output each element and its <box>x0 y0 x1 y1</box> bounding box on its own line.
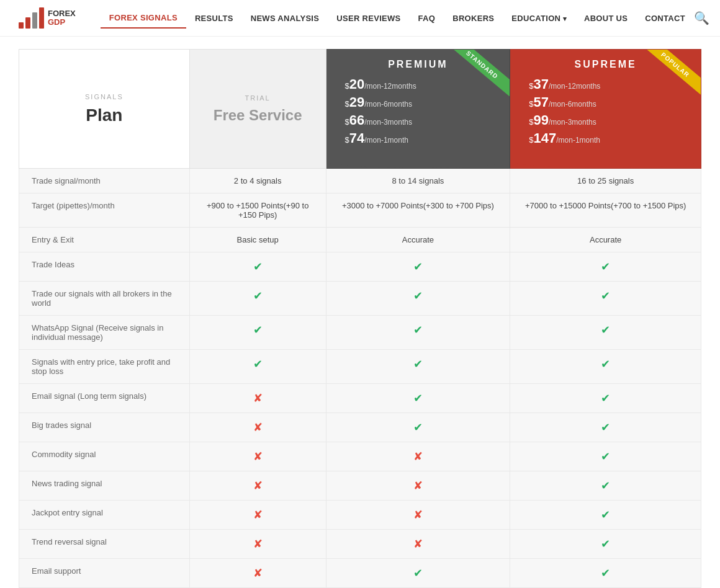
table-row: Signals with entry price, take profit an… <box>19 350 701 384</box>
nav-contact[interactable]: CONTACT <box>636 9 694 28</box>
premium-check: ✘ <box>326 442 510 471</box>
feature-label: Email signal (Long term signals) <box>19 384 190 413</box>
trial-check: ✘ <box>189 442 326 471</box>
feature-label: Commodity signal <box>19 442 190 471</box>
feature-label: Trade Ideas <box>19 252 190 282</box>
premium-check: ✘ <box>326 530 510 559</box>
table-row: Email support ✘ ✔ ✔ <box>19 559 701 588</box>
table-row: Trade signal/month 2 to 4 signals 8 to 1… <box>19 169 701 194</box>
trial-check: ✔ <box>189 282 326 316</box>
premium-wave <box>326 153 510 168</box>
nav-forex-signals[interactable]: FOREX SIGNALS <box>101 8 186 29</box>
feature-label: Signals with entry price, take profit an… <box>19 350 190 384</box>
feature-label: WhatsApp Signal (Receive signals in indi… <box>19 316 190 350</box>
supreme-price-1: $ 37 /mon-12months <box>529 76 682 92</box>
nav-results[interactable]: RESULTS <box>186 9 242 28</box>
feature-label: Email support <box>19 559 190 588</box>
supreme-check: ✔ <box>510 384 701 413</box>
nav-faq[interactable]: FAQ <box>410 9 444 28</box>
trial-check: ✘ <box>189 530 326 559</box>
premium-check: ✔ <box>326 252 510 282</box>
premium-check: ✘ <box>326 471 510 501</box>
table-row: Email signal (Long term signals) ✘ ✔ ✔ <box>19 384 701 413</box>
logo-bar-4 <box>39 7 44 29</box>
table-row: Trend reversal signal ✘ ✘ ✔ <box>19 530 701 559</box>
trial-value: +900 to +1500 Points(+90 to +150 Pips) <box>189 194 326 228</box>
feature-label: Trade signal/month <box>19 169 190 194</box>
pricing-table: SIGNALS Plan TRIAL Free Service STANDARD… <box>19 49 701 588</box>
feature-label: Big trades signal <box>19 413 190 442</box>
nav-brokers[interactable]: BROKERS <box>444 9 503 28</box>
table-row: News trading signal ✘ ✘ ✔ <box>19 471 701 501</box>
premium-value: 8 to 14 signals <box>326 169 510 194</box>
main-nav: FOREX SIGNALS RESULTS NEWS ANALYSIS USER… <box>101 8 694 29</box>
supreme-plan-cell: POPULAR SUPREME $ 37 /mon-12months $ 57 … <box>510 50 701 169</box>
supreme-check: ✔ <box>510 252 701 282</box>
premium-value: Accurate <box>326 228 510 252</box>
main-content: SIGNALS Plan TRIAL Free Service STANDARD… <box>0 37 720 588</box>
premium-price-4: $ 74 /mon-1month <box>345 130 492 146</box>
premium-check: ✔ <box>326 316 510 350</box>
trial-plan-name: Free Service <box>196 107 320 124</box>
nav-user-reviews[interactable]: USER REVIEWS <box>328 9 409 28</box>
premium-check: ✔ <box>326 282 510 316</box>
supreme-check: ✔ <box>510 316 701 350</box>
supreme-value: Accurate <box>510 228 701 252</box>
premium-price-2: $ 29 /mon-6months <box>345 94 492 110</box>
supreme-check: ✔ <box>510 530 701 559</box>
feature-label: News trading signal <box>19 471 190 501</box>
trial-plan-label: TRIAL <box>196 94 320 102</box>
feature-label: Target (pipettes)/month <box>19 194 190 228</box>
premium-check: ✘ <box>326 501 510 530</box>
supreme-check: ✔ <box>510 442 701 471</box>
supreme-check: ✔ <box>510 501 701 530</box>
supreme-prices: $ 37 /mon-12months $ 57 /mon-6months $ 9… <box>516 76 695 146</box>
table-row: Trade our signals with all brokers in th… <box>19 282 701 316</box>
logo-bar-1 <box>19 22 24 29</box>
supreme-check: ✔ <box>510 350 701 384</box>
supreme-value: 16 to 25 signals <box>510 169 701 194</box>
nav-about-us[interactable]: ABOUT US <box>575 9 636 28</box>
logo[interactable]: FOREX GDP <box>19 7 76 29</box>
trial-check: ✘ <box>189 559 326 588</box>
table-row: WhatsApp Signal (Receive signals in indi… <box>19 316 701 350</box>
feature-label: Trade our signals with all brokers in th… <box>19 282 190 316</box>
trial-check: ✔ <box>189 350 326 384</box>
table-row: Jackpot entry signal ✘ ✘ ✔ <box>19 501 701 530</box>
plan-header-row: SIGNALS Plan TRIAL Free Service STANDARD… <box>19 50 701 169</box>
logo-bar-3 <box>32 12 37 29</box>
supreme-value: +7000 to +15000 Points(+700 to +1500 Pip… <box>510 194 701 228</box>
premium-price-3: $ 66 /mon-3months <box>345 112 492 128</box>
premium-check: ✔ <box>326 413 510 442</box>
logo-gdp: GDP <box>48 17 65 27</box>
table-row: Target (pipettes)/month +900 to +1500 Po… <box>19 194 701 228</box>
feature-label: Trend reversal signal <box>19 530 190 559</box>
trial-check: ✘ <box>189 384 326 413</box>
trial-check: ✘ <box>189 501 326 530</box>
search-icon[interactable]: 🔍 <box>694 11 709 25</box>
trial-check: ✘ <box>189 413 326 442</box>
premium-plan-cell: STANDARD PREMIUM $ 20 /mon-12months $ 29… <box>326 50 510 169</box>
header: FOREX GDP FOREX SIGNALS RESULTS NEWS ANA… <box>0 0 720 37</box>
trial-plan-cell: TRIAL Free Service <box>189 50 326 169</box>
table-row: Big trades signal ✘ ✔ ✔ <box>19 413 701 442</box>
supreme-price-3: $ 99 /mon-3months <box>529 112 682 128</box>
nav-education[interactable]: EDUCATION <box>503 9 575 28</box>
premium-prices: $ 20 /mon-12months $ 29 /mon-6months $ 6… <box>333 76 504 146</box>
table-row: Commodity signal ✘ ✘ ✔ <box>19 442 701 471</box>
table-row: Trade Ideas ✔ ✔ ✔ <box>19 252 701 282</box>
trial-value: 2 to 4 signals <box>189 169 326 194</box>
supreme-check: ✔ <box>510 282 701 316</box>
premium-price-1: $ 20 /mon-12months <box>345 76 492 92</box>
supreme-price-2: $ 57 /mon-6months <box>529 94 682 110</box>
premium-check: ✔ <box>326 384 510 413</box>
supreme-check: ✔ <box>510 471 701 501</box>
nav-news-analysis[interactable]: NEWS ANALYSIS <box>242 9 328 28</box>
signals-plan-label: SIGNALS <box>25 93 183 100</box>
premium-check: ✔ <box>326 559 510 588</box>
table-row: Entry & Exit Basic setup Accurate Accura… <box>19 228 701 252</box>
premium-check: ✔ <box>326 350 510 384</box>
premium-value: +3000 to +7000 Points(+300 to +700 Pips) <box>326 194 510 228</box>
feature-label: Entry & Exit <box>19 228 190 252</box>
feature-label: Jackpot entry signal <box>19 501 190 530</box>
